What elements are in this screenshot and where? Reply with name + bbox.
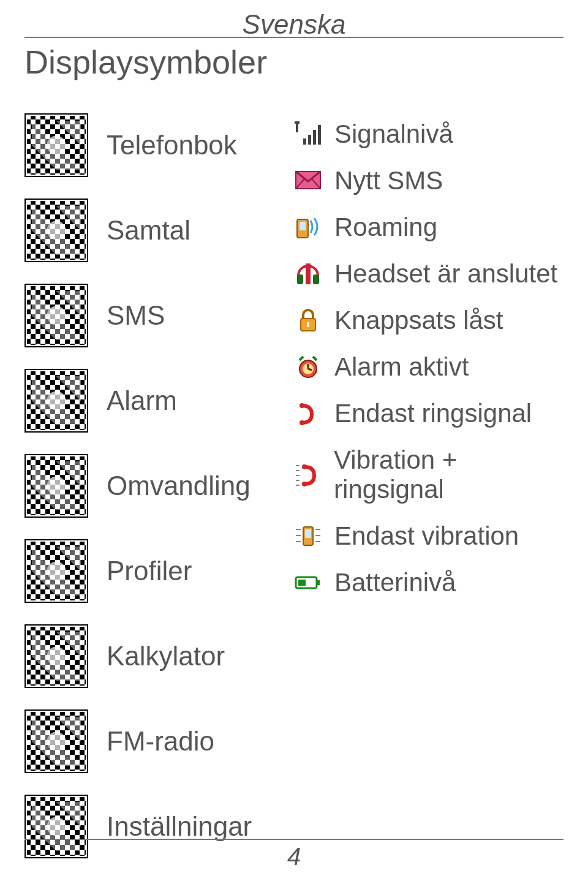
newsms-icon	[294, 168, 322, 194]
list-item-label: Inställningar	[107, 811, 252, 842]
roaming-icon	[294, 214, 322, 240]
svg-rect-2	[303, 138, 306, 145]
svg-rect-28	[305, 529, 311, 538]
headset-icon	[294, 261, 322, 287]
section-title: Displaysymboler	[24, 43, 267, 81]
list-item: Batterinivå	[294, 568, 570, 597]
list-item: FM-radio	[24, 709, 288, 773]
svg-line-17	[308, 369, 312, 370]
fmradio-icon	[24, 709, 88, 773]
list-item-label: Alarm aktivt	[334, 352, 469, 382]
list-item-label: Endast vibration	[334, 521, 519, 551]
svg-rect-37	[298, 580, 306, 586]
list-item: Roaming	[294, 213, 570, 242]
list-item-label: Alarm	[107, 385, 177, 416]
list-item-label: Nytt SMS	[334, 166, 443, 195]
list-item-label: Endast ringsignal	[334, 399, 532, 428]
svg-rect-36	[317, 580, 320, 585]
menu-icon-list: Telefonbok Samtal SMS Alarm Omvandling P…	[24, 113, 288, 880]
list-item: Vibration + ringsignal	[294, 445, 570, 504]
svg-rect-8	[300, 222, 306, 230]
list-item: Samtal	[24, 199, 288, 262]
list-item-label: Kalkylator	[107, 641, 225, 671]
svg-rect-11	[306, 263, 311, 284]
svg-point-19	[300, 420, 304, 425]
calls-icon	[24, 199, 88, 262]
profiles-icon	[24, 539, 88, 603]
list-item-label: Omvandling	[107, 471, 251, 501]
svg-rect-5	[318, 125, 321, 145]
list-item: Omvandling	[24, 454, 288, 518]
vibrate-only-icon	[294, 523, 322, 549]
list-item-label: Vibration + ringsignal	[334, 445, 570, 504]
phonebook-icon	[24, 113, 88, 177]
svg-rect-4	[313, 130, 316, 145]
converter-icon	[24, 454, 88, 518]
list-item: Knappsats låst	[294, 306, 570, 335]
alarm-active-icon	[294, 354, 322, 380]
list-item: Kalkylator	[24, 624, 288, 688]
list-item: Headset är anslutet	[294, 259, 570, 289]
header-rule	[24, 37, 564, 38]
battery-icon	[294, 570, 322, 596]
list-item: SMS	[24, 284, 288, 347]
list-item-label: Profiler	[107, 556, 192, 586]
signal-icon	[294, 121, 322, 147]
list-item-label: Samtal	[107, 215, 190, 246]
svg-rect-3	[308, 135, 311, 145]
list-item: Profiler	[24, 539, 288, 603]
list-item: Endast ringsignal	[294, 399, 570, 428]
svg-point-20	[302, 464, 307, 469]
list-item-label: FM-radio	[107, 726, 214, 757]
list-item: Endast vibration	[294, 521, 570, 551]
vibrate-ring-icon	[294, 462, 322, 488]
svg-rect-9	[297, 274, 303, 284]
calculator-icon	[24, 624, 88, 688]
svg-rect-0	[296, 124, 298, 132]
list-item-label: Knappsats låst	[334, 306, 503, 335]
list-item-label: Batterinivå	[334, 568, 456, 597]
sms-icon	[24, 284, 88, 347]
alarm-icon	[24, 369, 88, 433]
list-item-label: Roaming	[334, 213, 437, 242]
svg-rect-1	[295, 121, 300, 124]
svg-point-21	[302, 482, 307, 486]
list-item-label: Headset är anslutet	[334, 259, 557, 289]
keypad-lock-icon	[294, 308, 322, 333]
list-item: Alarm aktivt	[294, 352, 570, 382]
list-item: Telefonbok	[24, 113, 288, 177]
svg-rect-13	[307, 322, 309, 327]
list-item: Nytt SMS	[294, 166, 570, 195]
svg-point-18	[300, 403, 304, 408]
header-language: Svenska	[0, 9, 588, 40]
list-item-label: Telefonbok	[107, 130, 237, 161]
ring-only-icon	[294, 401, 322, 426]
status-icon-list: Signalnivå Nytt SMS Roaming Headset är a…	[294, 119, 570, 615]
page-number: 4	[0, 843, 588, 871]
footer-rule	[24, 839, 564, 840]
list-item-label: SMS	[107, 300, 165, 331]
list-item: Signalnivå	[294, 119, 570, 149]
list-item: Alarm	[24, 369, 288, 433]
svg-rect-10	[313, 274, 319, 284]
list-item-label: Signalnivå	[334, 119, 453, 149]
